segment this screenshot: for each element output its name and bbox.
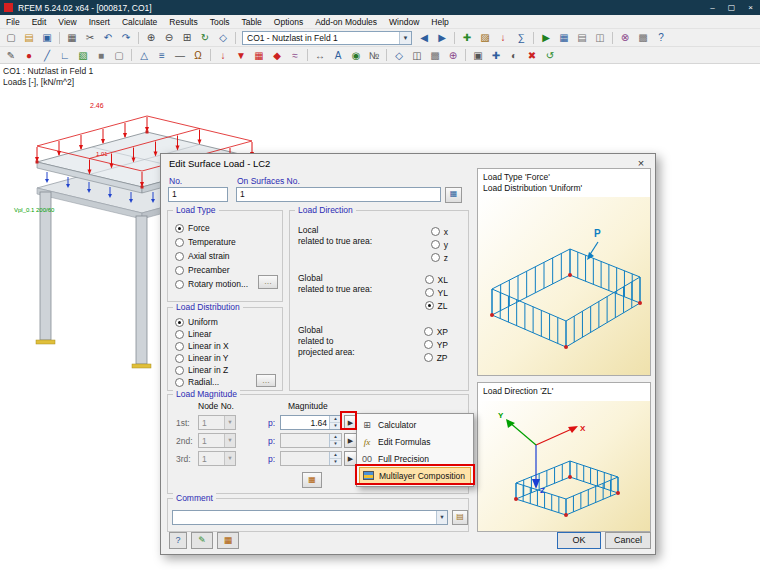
loadcase-combo[interactable]: CO1 - Nutzlast in Feld 1 ▼ (242, 31, 412, 45)
free-load-icon[interactable]: ◆ (269, 48, 285, 63)
object-snap-icon[interactable]: ⊕ (445, 48, 461, 63)
numbering-icon[interactable]: № (366, 48, 382, 63)
cut-icon[interactable]: ✂ (82, 30, 98, 45)
spinner-buttons[interactable]: ▲▼ (329, 434, 341, 447)
radio-button[interactable] (175, 342, 184, 351)
chevron-down-icon[interactable]: ▼ (224, 434, 235, 447)
opening-icon[interactable]: ▢ (111, 48, 127, 63)
menu-insert[interactable]: Insert (83, 15, 116, 28)
help-button[interactable]: ? (169, 532, 187, 549)
snap-settings-icon[interactable]: ⊗ (617, 30, 633, 45)
display-panel-icon[interactable]: ◫ (592, 30, 608, 45)
details-button[interactable]: ▦ (217, 532, 239, 549)
nodal-support-icon[interactable]: △ (136, 48, 152, 63)
show-loads-icon[interactable]: ↓ (495, 30, 511, 45)
menu-item-full-precision[interactable]: 00Full Precision (359, 450, 471, 467)
regenerate-icon[interactable]: ↺ (542, 48, 558, 63)
visibility-icon[interactable]: ◉ (348, 48, 364, 63)
zoom-out-icon[interactable]: ⊖ (161, 30, 177, 45)
member-icon[interactable]: — (172, 48, 188, 63)
menu-window[interactable]: Window (383, 15, 425, 28)
text-comment-icon[interactable]: A (330, 48, 346, 63)
menu-results[interactable]: Results (163, 15, 203, 28)
surface-load-icon[interactable]: ▦ (251, 48, 267, 63)
print-icon[interactable]: ▦ (64, 30, 80, 45)
radio-button[interactable] (175, 366, 184, 375)
move-copy-icon[interactable]: ✚ (488, 48, 504, 63)
radio-option-linear[interactable]: Linear (168, 328, 280, 340)
ok-button[interactable]: OK (557, 532, 601, 549)
member-load-icon[interactable]: ▼ (233, 48, 249, 63)
mirror-icon[interactable]: ◐ (506, 48, 522, 63)
line-support-icon[interactable]: ≡ (154, 48, 170, 63)
node-no-combo-1[interactable]: 1▼ (198, 415, 236, 430)
radio-option-z[interactable]: z (431, 251, 448, 264)
comment-combo[interactable]: ▼ (172, 510, 448, 525)
magnitude-input-1[interactable]: 1.64▲▼ (280, 415, 342, 430)
calculate-icon[interactable]: ▶ (538, 30, 554, 45)
help-icon[interactable]: ? (653, 30, 669, 45)
radial-edit-button[interactable]: … (256, 374, 276, 387)
edit-mode-icon[interactable]: ✎ (3, 48, 19, 63)
title-bar[interactable]: RFEM 5.24.02 x64 - [000817, CO1] – ▢ × (0, 0, 760, 15)
radio-option-yl[interactable]: YL (425, 286, 448, 299)
radio-option-x[interactable]: x (431, 225, 448, 238)
menu-view[interactable]: View (52, 15, 82, 28)
maximize-button[interactable]: ▢ (722, 0, 741, 15)
previous-loadcase-icon[interactable]: ◀ (416, 30, 432, 45)
spinner-buttons[interactable]: ▲▼ (329, 416, 341, 429)
imperfection-icon[interactable]: ≈ (287, 48, 303, 63)
solid-icon[interactable]: ■ (93, 48, 109, 63)
radio-button[interactable] (175, 378, 184, 387)
menu-calculate[interactable]: Calculate (116, 15, 163, 28)
undo-icon[interactable]: ↶ (100, 30, 116, 45)
delete-icon[interactable]: ✖ (524, 48, 540, 63)
load-no-input[interactable]: 1 (168, 187, 228, 202)
rotate-view-icon[interactable]: ↻ (197, 30, 213, 45)
plane-grid-icon[interactable]: ▩ (427, 48, 443, 63)
radio-button[interactable] (431, 253, 440, 262)
new-file-icon[interactable]: ▢ (3, 30, 19, 45)
printout-report-icon[interactable]: ▤ (574, 30, 590, 45)
chevron-down-icon[interactable]: ▼ (436, 511, 447, 524)
menu-item-edit-formulas[interactable]: fxEdit Formulas (359, 433, 471, 450)
chevron-down-icon[interactable]: ▼ (399, 32, 411, 44)
radio-button[interactable] (431, 227, 440, 236)
polyline-icon[interactable]: ∟ (57, 48, 73, 63)
surface-icon[interactable]: ▧ (75, 48, 91, 63)
magnitude-input-3[interactable]: ▲▼ (280, 451, 342, 466)
menu-help[interactable]: Help (425, 15, 454, 28)
work-plane-icon[interactable]: ◫ (409, 48, 425, 63)
radio-option-linear-in-x[interactable]: Linear in X (168, 340, 280, 352)
radio-button[interactable] (425, 275, 434, 284)
node-no-combo-3[interactable]: 1▼ (198, 451, 236, 466)
edit-loadcase-icon[interactable]: ▨ (477, 30, 493, 45)
select-surfaces-button[interactable]: ▦ (445, 187, 462, 203)
menu-add-on-modules[interactable]: Add-on Modules (309, 15, 383, 28)
minimize-button[interactable]: – (703, 0, 722, 15)
units-button[interactable]: ✎ (191, 532, 213, 549)
menu-table[interactable]: Table (236, 15, 268, 28)
new-loadcase-icon[interactable]: ✚ (459, 30, 475, 45)
save-icon[interactable]: ▣ (39, 30, 55, 45)
radio-button[interactable] (175, 224, 184, 233)
radio-button[interactable] (175, 252, 184, 261)
menu-options[interactable]: Options (268, 15, 309, 28)
radio-button[interactable] (424, 340, 433, 349)
radio-option-y[interactable]: y (431, 238, 448, 251)
radio-button[interactable] (175, 330, 184, 339)
menu-item-calculator[interactable]: ⊞Calculator (359, 416, 471, 433)
radio-option-temperature[interactable]: Temperature (168, 235, 280, 249)
close-button[interactable]: × (741, 0, 760, 15)
radio-option-uniform[interactable]: Uniform (168, 316, 280, 328)
nodal-load-icon[interactable]: ↓ (215, 48, 231, 63)
tables-icon[interactable]: ▦ (556, 30, 572, 45)
isometric-view-icon[interactable]: ◇ (215, 30, 231, 45)
next-loadcase-icon[interactable]: ▶ (434, 30, 450, 45)
node-icon[interactable]: ● (21, 48, 37, 63)
zoom-window-icon[interactable]: ⊞ (179, 30, 195, 45)
chevron-down-icon[interactable]: ▼ (224, 416, 235, 429)
menu-item-multilayer-composition[interactable]: Multilayer Composition (359, 467, 471, 484)
radio-button[interactable] (175, 266, 184, 275)
radio-option-xp[interactable]: XP (424, 325, 448, 338)
